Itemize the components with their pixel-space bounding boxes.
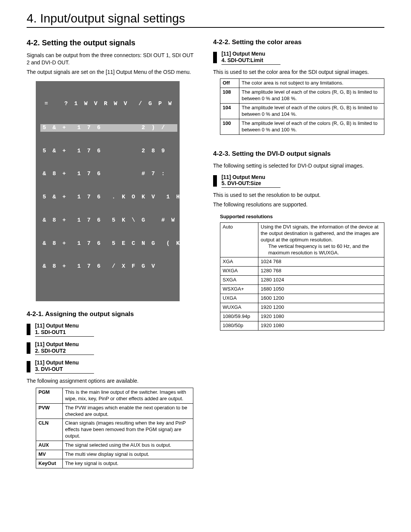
menu-line1: [11] Output Menu	[221, 51, 265, 57]
res-auto-desc: Using the DVI signals, the information o…	[261, 224, 379, 243]
menu-line2: 4. SDI-OUT:Limit	[221, 57, 263, 63]
table-row: OffThe color area is not subject to any …	[220, 79, 384, 88]
intro-para-2: The output signals are set on the [11] O…	[27, 69, 198, 76]
left-column: 4-2. Setting the output signals Signals …	[27, 38, 198, 468]
assignment-table: PGMThis is the main line output of the s…	[36, 388, 193, 468]
res-intro-2: The following resolutions are supported.	[213, 201, 384, 208]
table-row: 100The amplitude level of each of the co…	[220, 119, 384, 134]
osd-row: 5 & + 1 7 6 . K O K V 1 H H	[40, 193, 177, 201]
res-intro-1: This is used to set the resolution to be…	[213, 192, 384, 199]
menu-reference: [11] Output Menu 1. SDI-OUT1	[27, 323, 198, 337]
osd-row: & 8 + 1 7 6 5 K \ G # W V Q	[40, 217, 177, 224]
page-title: 4. Input/output signal settings	[27, 11, 384, 28]
menu-line2: 1. SDI-OUT1	[35, 329, 66, 335]
table-row: WSXGA+1680 1050	[220, 285, 384, 294]
table-row: WXGA1280 768	[220, 267, 384, 276]
subsection-heading: 4-2-2. Setting the color areas	[213, 38, 384, 46]
menu-reference: [11] Output Menu 4. SDI-OUT:Limit	[213, 51, 384, 65]
menu-reference: [11] Output Menu 3. DVI-OUT	[27, 359, 198, 374]
table-row: MVThe multi view display signal is outpu…	[36, 450, 193, 459]
section-heading: 4-2. Setting the output signals	[27, 38, 198, 47]
table-row: 108The amplitude level of each of the co…	[220, 88, 384, 104]
assign-intro: The following assignment options are ava…	[27, 377, 198, 385]
menu-reference: [11] Output Menu 2. SDI-OUT2	[27, 341, 198, 355]
menu-bar-icon	[27, 324, 30, 335]
osd-row: & 8 + 1 7 6 / X F G V	[40, 263, 177, 270]
resolutions-caption: Supported resolutions	[220, 214, 384, 219]
osd-row: & 8 + 1 7 6 5 E C N G ( K V 8	[40, 240, 177, 248]
menu-line2: 2. SDI-OUT2	[35, 348, 66, 354]
dvi-intro: The following setting is selected for DV…	[213, 162, 384, 169]
table-row: KeyOutThe key signal is output.	[36, 459, 193, 468]
table-row: XGA1024 768	[220, 257, 384, 267]
menu-reference: [11] Output Menu 5. DVI-OUT:Size	[213, 174, 384, 188]
color-area-table: OffThe color area is not subject to any …	[220, 78, 384, 134]
menu-bar-icon	[27, 342, 30, 354]
table-row: 1080/59.94p1920 1080	[220, 312, 384, 321]
menu-line1: [11] Output Menu	[35, 359, 79, 366]
table-row: PVWThe PVW images which enable the next …	[36, 403, 193, 419]
content-columns: 4-2. Setting the output signals Signals …	[27, 38, 384, 468]
menu-bar-icon	[213, 52, 217, 63]
right-column: 4-2-2. Setting the color areas [11] Outp…	[213, 38, 384, 468]
table-row: UXGA1600 1200	[220, 294, 384, 303]
osd-row: & 8 + 1 7 6 # 7 :	[40, 170, 177, 178]
osd-row-highlight: 5 & + 1 7 6 2 ) /	[40, 124, 177, 132]
menu-line1: [11] Output Menu	[35, 323, 79, 329]
table-row: 104The amplitude level of each of the co…	[220, 104, 384, 119]
table-row: PGMThis is the main line output of the s…	[36, 388, 193, 403]
osd-title: = ? 1 W V R W V / G P W	[40, 100, 177, 108]
menu-bar-icon	[27, 361, 30, 372]
table-row: Auto Using the DVI signals, the informat…	[220, 222, 384, 257]
osd-menu-screenshot: = ? 1 W V R W V / G P W 5 & + 1 7 6 2 ) …	[36, 81, 180, 302]
menu-line1: [11] Output Menu	[221, 174, 265, 180]
menu-line2: 3. DVI-OUT	[35, 366, 63, 372]
color-intro: This is used to set the color area for t…	[213, 69, 384, 76]
intro-para-1: Signals can be output from the three con…	[27, 52, 198, 66]
menu-line2: 5. DVI-OUT:Size	[221, 180, 261, 186]
res-auto-sub: The vertical frequency is set to 60 Hz, …	[261, 243, 382, 256]
menu-bar-icon	[213, 175, 217, 187]
table-row: AUXThe signal selected using the AUX bus…	[36, 441, 193, 450]
resolutions-table: Auto Using the DVI signals, the informat…	[220, 222, 384, 331]
table-row: 1080/50p1920 1080	[220, 321, 384, 330]
table-row: SXGA1280 1024	[220, 276, 384, 285]
osd-row: 5 & + 1 7 6 2 8 9	[40, 147, 177, 155]
menu-line1: [11] Output Menu	[35, 341, 79, 347]
subsection-heading: 4-2-3. Setting the DVI-D output signals	[213, 150, 384, 158]
table-row: CLNClean signals (images resulting when …	[36, 419, 193, 441]
table-row: WUXGA1920 1200	[220, 303, 384, 312]
subsection-heading: 4-2-1. Assigning the output signals	[27, 310, 198, 318]
